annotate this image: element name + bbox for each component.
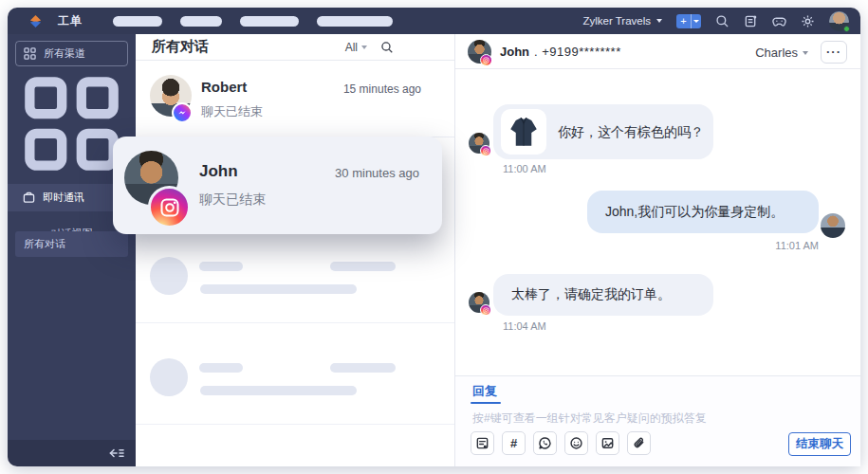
attachment-button[interactable] [627, 431, 651, 455]
message-time: 11:01 AM [693, 240, 819, 251]
more-options-button[interactable]: ··· [821, 41, 847, 64]
conversation-time: 15 minutes ago [343, 82, 421, 96]
chat-contact-phone: . +9199******** [534, 45, 621, 59]
skeleton-status-bar [200, 386, 357, 395]
chevron-down-icon [803, 51, 808, 55]
module-tab-tickets[interactable]: 工单 [58, 13, 83, 29]
assignee-name: Charles [755, 46, 798, 60]
brand-logo-icon [28, 14, 43, 28]
sidebar-footer [8, 440, 136, 466]
list-title: 所有对话 [152, 38, 209, 56]
end-chat-button[interactable]: 结束聊天 [788, 432, 851, 456]
conversation-status: 聊天已结束 [199, 191, 266, 209]
game-controller-icon[interactable] [772, 14, 786, 28]
instagram-icon [480, 54, 492, 66]
sidebar: 所有渠道 即时通讯 对话视图 所有对话 [8, 34, 136, 466]
sidebar-all-channels-label: 所有渠道 [44, 46, 85, 61]
conversation-time: 30 minutes ago [335, 166, 419, 180]
topbar-nav-placeholders [113, 16, 393, 27]
avatar-charles [821, 213, 845, 238]
sidebar-im-label: 即时通讯 [43, 191, 84, 205]
search-icon[interactable] [380, 41, 394, 54]
message-time: 11:00 AM [503, 163, 546, 174]
message-bubble-incoming: 太棒了，请确定我的订单。 [493, 274, 713, 316]
reply-tab[interactable]: 回复 [472, 383, 497, 400]
add-dropdown[interactable] [691, 14, 701, 28]
emoji-button[interactable] [564, 431, 588, 455]
messenger-icon [172, 102, 193, 123]
filter-label: All [345, 41, 358, 54]
skeleton-status-bar [200, 284, 357, 294]
nav-skeleton-pill [180, 16, 222, 27]
composer: 回复 按#键可查看一组针对常见客户疑问的预拟答复 # [455, 375, 860, 466]
topbar: 工单 Zylker Travels + [8, 8, 860, 34]
message-bubble-incoming: 你好，这个有棕色的吗？ [493, 104, 713, 159]
nav-skeleton-pill [317, 16, 393, 27]
product-image[interactable] [501, 109, 546, 155]
conversation-status: 聊天已结束 [201, 103, 263, 120]
conversation-list-header: 所有对话 All [136, 34, 454, 61]
list-header-actions: All [345, 41, 394, 54]
collapse-sidebar-icon[interactable] [108, 447, 124, 460]
chevron-down-icon [693, 20, 699, 23]
skeleton-name-bar [199, 262, 243, 271]
message-bubble-outgoing: John,我们可以为你量身定制。 [587, 191, 819, 233]
composer-input[interactable]: 按#键可查看一组针对常见客户疑问的预拟答复 [472, 410, 728, 429]
add-button[interactable]: + [676, 14, 701, 28]
sidebar-item-all-conversations[interactable]: 所有对话 [15, 231, 128, 257]
chevron-down-icon [656, 19, 662, 23]
grid-icon [24, 47, 36, 60]
reply-tab-underline [471, 402, 501, 404]
user-avatar[interactable] [829, 11, 849, 31]
conversation-name: John [199, 162, 238, 181]
instagram-icon [480, 145, 491, 156]
online-status-dot [843, 26, 850, 32]
message-text: 你好，这个有棕色的吗？ [558, 124, 704, 141]
grid-icon [23, 159, 120, 175]
composer-toolbar: # [471, 431, 651, 455]
app-window: 工单 Zylker Travels + [8, 8, 860, 466]
topbar-actions: Zylker Travels + [582, 11, 849, 31]
app: 工单 Zylker Travels + [0, 0, 868, 474]
org-switcher[interactable]: Zylker Travels [582, 15, 662, 27]
conversation-list-panel: 所有对话 All Robert 15 minut [136, 34, 455, 466]
release-notes-icon[interactable] [744, 14, 758, 28]
image-button[interactable] [596, 431, 619, 455]
gear-icon[interactable] [801, 14, 815, 28]
nav-skeleton-pill [113, 16, 162, 27]
message-text: John,我们可以为你量身定制。 [605, 204, 784, 221]
nav-skeleton-pill [240, 16, 299, 27]
skeleton-time-bar [330, 363, 396, 373]
hashtag-button[interactable]: # [502, 431, 526, 455]
inbox-icon [23, 191, 35, 204]
sidebar-channel-selector[interactable]: 所有渠道 [15, 41, 128, 66]
whatsapp-button[interactable] [533, 431, 557, 455]
skeleton-time-bar [330, 262, 396, 271]
skeleton-conversation-row [136, 323, 454, 425]
sidebar-all-conversations-label: 所有对话 [24, 238, 65, 249]
plus-icon: + [676, 14, 691, 28]
skeleton-avatar [150, 257, 188, 295]
search-icon[interactable] [715, 14, 729, 28]
canned-response-button[interactable] [471, 431, 494, 455]
conversation-row-robert[interactable]: Robert 15 minutes ago 聊天已结束 [136, 61, 454, 137]
assignee-dropdown[interactable]: Charles [755, 46, 808, 60]
chat-panel: John . +9199******** Charles ··· 你好，这个有棕… [455, 34, 860, 466]
skeleton-name-bar [199, 363, 243, 373]
composer-placeholder: 按#键可查看一组针对常见客户疑问的预拟答复 [472, 411, 707, 425]
instagram-icon [148, 186, 191, 228]
org-name: Zylker Travels [582, 15, 651, 27]
chevron-down-icon [361, 46, 367, 49]
skeleton-conversation-row [136, 234, 454, 323]
conversation-row-john[interactable]: John 30 minutes ago 聊天已结束 [113, 137, 442, 234]
skeleton-avatar [150, 358, 188, 396]
instagram-icon [480, 304, 491, 316]
message-text: 太棒了，请确定我的订单。 [511, 286, 671, 303]
conversation-name: Robert [201, 79, 247, 95]
message-time: 11:04 AM [503, 320, 546, 332]
filter-dropdown[interactable]: All [345, 41, 367, 54]
chat-contact-name: John [500, 45, 529, 59]
chat-header: John . +9199******** Charles ··· [455, 34, 860, 69]
